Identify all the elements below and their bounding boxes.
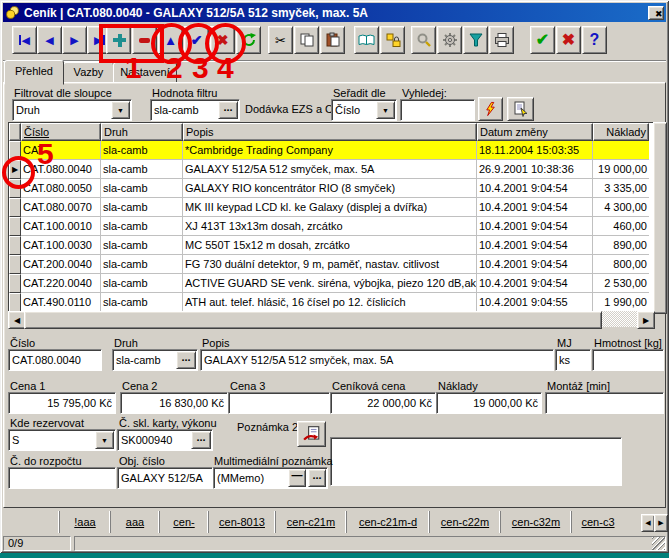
filter-value-field[interactable]: ... xyxy=(150,99,240,121)
close-x-button[interactable]: ✖ xyxy=(556,26,581,54)
scroll-right-button[interactable]: ▶ xyxy=(637,311,655,329)
row-selector[interactable] xyxy=(9,236,21,255)
refresh-button[interactable] xyxy=(236,26,261,54)
resize-grip[interactable] xyxy=(652,537,665,550)
druh-field[interactable]: ... xyxy=(112,349,198,371)
settings-gear-button[interactable] xyxy=(437,26,462,54)
chevron-down-icon[interactable]: ▼ xyxy=(376,101,395,119)
bottom-tab[interactable]: cen-c3 xyxy=(571,511,624,533)
next-record-button[interactable]: ▶ xyxy=(62,26,87,54)
chevron-down-icon[interactable]: ▼ xyxy=(111,101,130,119)
help-button[interactable]: ? xyxy=(582,26,607,54)
row-selector[interactable] xyxy=(9,198,21,217)
delete-record-button[interactable] xyxy=(132,26,157,54)
table-row[interactable]: CAT sla-camb *Cambridge Trading Company … xyxy=(9,141,653,160)
stock-lock-button[interactable] xyxy=(380,26,405,54)
ellipsis-icon[interactable]: ... xyxy=(176,351,196,369)
chevron-down-icon[interactable]: ▼ xyxy=(95,431,114,449)
column-header-popis[interactable]: Popis xyxy=(183,123,477,141)
edit-record-button[interactable]: ▲ xyxy=(158,26,183,54)
bottom-tab[interactable]: cen-c22m xyxy=(429,511,500,533)
cena3-field[interactable] xyxy=(228,392,330,414)
title-bar[interactable]: Ceník | CAT.080.0040 - GALAXY 512/5A 512… xyxy=(3,3,666,22)
cancel-record-button[interactable]: ✖ xyxy=(210,26,235,54)
catalog-book-button[interactable] xyxy=(354,26,379,54)
sort-value[interactable] xyxy=(332,104,375,116)
confirm-record-button[interactable]: ✔ xyxy=(184,26,209,54)
row-selector[interactable] xyxy=(9,217,21,236)
mj-field[interactable] xyxy=(555,349,591,371)
table-row[interactable]: CAT.490.0110 sla-camb ATH aut. telef. hl… xyxy=(9,293,653,312)
tab-vazby[interactable]: Vazby xyxy=(63,62,114,84)
ellipsis-icon[interactable]: ... xyxy=(191,431,211,449)
row-selector[interactable] xyxy=(9,274,21,293)
bottom-tab[interactable]: !aaa xyxy=(59,511,110,533)
copy-button[interactable] xyxy=(294,26,319,54)
row-selector[interactable] xyxy=(9,179,21,198)
skl-karty-field[interactable]: ... xyxy=(117,429,213,451)
tab-prehled[interactable]: Přehled xyxy=(4,60,64,85)
bottom-tab[interactable]: cen-c32m xyxy=(500,511,571,533)
table-horizontal-scrollbar[interactable]: ◀ ▶ xyxy=(8,311,653,327)
sort-select[interactable]: ▼ xyxy=(331,99,397,121)
window-close-button[interactable]: ✖ xyxy=(648,6,664,20)
tab-nastaveni[interactable]: Nastavení xyxy=(113,62,177,84)
filter-funnel-button[interactable] xyxy=(463,26,488,54)
report-button[interactable] xyxy=(507,97,534,121)
table-row[interactable]: CAT.220.0040 sla-camb ACTIVE GUARD SE ve… xyxy=(9,274,653,293)
add-record-button[interactable] xyxy=(106,26,131,54)
obj-cislo-field[interactable] xyxy=(117,467,213,489)
table-row[interactable]: CAT.200.0040 sla-camb FG 730 duální dete… xyxy=(9,255,653,274)
table-vertical-scrollbar[interactable] xyxy=(653,122,667,314)
search-field[interactable] xyxy=(400,99,475,121)
column-header-cislo[interactable]: Číslo xyxy=(21,123,101,141)
ellipsis-icon[interactable]: ... xyxy=(308,469,326,487)
bottom-tab[interactable]: cen- xyxy=(159,511,208,533)
cena2-field[interactable] xyxy=(120,392,228,414)
filter-column-select[interactable]: ▼ xyxy=(12,99,132,121)
filter-value-input[interactable] xyxy=(151,104,217,116)
column-header-druh[interactable]: Druh xyxy=(101,123,183,141)
montaz-field[interactable] xyxy=(545,392,664,414)
previous-record-button[interactable]: ◀ xyxy=(37,26,62,54)
row-selector[interactable] xyxy=(9,293,21,312)
row-selector[interactable] xyxy=(9,255,21,274)
search-button[interactable] xyxy=(411,26,436,54)
table-row[interactable]: CAT.100.0010 sla-camb XJ 413T 13x13m dos… xyxy=(9,217,653,236)
naklady-field[interactable] xyxy=(436,392,542,414)
search-input[interactable] xyxy=(401,104,474,116)
bottom-tab[interactable]: cen-c21m-d xyxy=(346,511,429,533)
table-row[interactable]: CAT.080.0050 sla-camb GALAXY RIO koncent… xyxy=(9,179,653,198)
horizontal-scroll-thumb[interactable] xyxy=(24,311,602,329)
cislo-field[interactable] xyxy=(8,349,102,371)
poznamka2-edit-button[interactable] xyxy=(297,421,326,447)
table-row-selected[interactable]: ▶ CAT.080.0040 sla-camb GALAXY 512/5A 51… xyxy=(9,160,653,179)
first-record-button[interactable]: ◀ xyxy=(12,26,37,54)
ok-check-button[interactable]: ✔ xyxy=(530,26,555,54)
ellipsis-icon[interactable]: ... xyxy=(218,101,238,119)
cena1-field[interactable] xyxy=(8,392,116,414)
paste-button[interactable] xyxy=(320,26,345,54)
rozpocet-field[interactable] xyxy=(8,467,116,489)
cut-button[interactable]: ✂ xyxy=(268,26,293,54)
bottom-tab[interactable]: aaa xyxy=(110,511,159,533)
cenikova-cena-field[interactable] xyxy=(330,392,436,414)
bottom-tab[interactable]: cen-8013 xyxy=(208,511,275,533)
poznamka2-textarea[interactable] xyxy=(330,437,622,486)
current-row-marker[interactable]: ▶ xyxy=(9,160,21,179)
bottom-tab[interactable]: cen-c21m xyxy=(275,511,346,533)
kde-rezervovat-select[interactable]: ▼ xyxy=(8,429,116,451)
minus-icon[interactable]: — xyxy=(288,469,306,487)
quick-search-button[interactable] xyxy=(478,97,503,121)
filter-column-value[interactable] xyxy=(13,104,110,116)
bottom-tabs-scroll-left-button[interactable]: ◀ xyxy=(641,514,655,532)
column-header-datum[interactable]: Datum změny xyxy=(477,123,593,141)
mmemo-field[interactable]: — ... xyxy=(213,467,328,489)
column-header-naklady[interactable]: Náklady xyxy=(593,123,649,141)
row-selector[interactable] xyxy=(9,141,21,160)
table-row[interactable]: CAT.080.0070 sla-camb MK III keypad LCD … xyxy=(9,198,653,217)
popis-field[interactable] xyxy=(200,349,554,371)
table-row[interactable]: CAT.100.0030 sla-camb MC 550T 15x12 m do… xyxy=(9,236,653,255)
print-button[interactable] xyxy=(489,26,514,54)
bottom-tabs-scroll-right-button[interactable]: ▶ xyxy=(654,514,668,532)
